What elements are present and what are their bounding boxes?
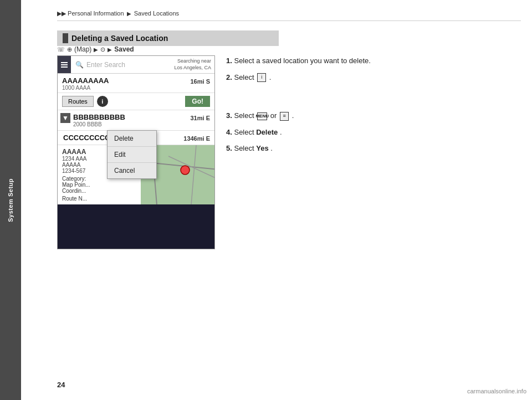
nav-item-b-name: BBBBBBBBBB: [73, 113, 210, 121]
instructions: 1. Select a saved location you want to d…: [226, 55, 409, 160]
step2-post: .: [269, 73, 272, 81]
dist-a-val: 16: [191, 78, 197, 85]
sidebar: System Setup: [0, 0, 21, 400]
nav-item-a-dist: 16mi S: [191, 78, 211, 85]
context-menu: Delete Edit Cancel: [107, 130, 157, 179]
main-content: ▶▶ Personal Information ▶ Saved Location…: [21, 0, 532, 400]
nav-item-a[interactable]: AAAAAAAAA 1000 AAAA 16mi S: [58, 74, 214, 93]
nav-path: ☏ ⊕ (Map) ▶ ⊙ ▶ Saved: [57, 45, 134, 53]
breadcrumb-personal: Personal Information: [68, 10, 124, 17]
breadcrumb: ▶▶ Personal Information ▶ Saved Location…: [57, 10, 521, 21]
saved-label: Saved: [114, 45, 134, 53]
search-row: 🔍 Enter Search Searching nearLos Angeles…: [58, 56, 214, 74]
nav-item-b-dist: 31mi E: [191, 115, 211, 121]
section-header: Deleting a Saved Location: [57, 30, 279, 46]
searching-near: Searching nearLos Angeles, CA: [171, 56, 214, 73]
step3-post: .: [292, 111, 294, 120]
routes-button[interactable]: Routes: [62, 96, 94, 107]
breadcrumb-arrows: ▶▶: [57, 10, 66, 17]
dist-a-unit: mi: [197, 78, 206, 85]
step-2: 2. Select i .: [226, 72, 409, 83]
step2-pre: Select: [234, 73, 256, 81]
nav-arrow-1: ▶: [94, 47, 98, 53]
spacer1: [226, 88, 409, 110]
svg-line-3: [191, 145, 196, 204]
detail-map-point: Map Poin...: [62, 182, 136, 188]
map-icon: ⊕: [67, 46, 72, 53]
phone-icon: ☏: [57, 46, 65, 53]
menu-bar-line-1: [61, 62, 68, 63]
step4-bold: Delete: [256, 128, 278, 136]
step5-num: 5.: [226, 144, 232, 152]
step2-num: 2.: [226, 73, 232, 81]
dist-a-letter: S: [206, 78, 210, 85]
watermark: carmanualsonline.info: [467, 388, 526, 394]
step3-num: 3.: [226, 111, 232, 120]
context-cancel[interactable]: Cancel: [108, 163, 156, 178]
breadcrumb-sep1: ▶: [127, 11, 131, 17]
step-5: 5. Select Yes .: [226, 143, 409, 154]
step3-menu-icon: MENU: [257, 112, 267, 120]
sidebar-label: System Setup: [7, 178, 14, 222]
svg-point-4: [181, 166, 190, 175]
step4-pre: Select: [234, 128, 256, 136]
context-delete[interactable]: Delete: [108, 131, 156, 147]
step3-icon2: ≡: [280, 112, 289, 121]
map-label: (Map): [74, 45, 91, 53]
step-3: 3. Select MENU or ≡ .: [226, 110, 409, 121]
step-1: 1. Select a saved location you want to d…: [226, 55, 409, 66]
menu-bar-line-2: [61, 64, 68, 65]
menu-bars-btn[interactable]: [58, 56, 71, 73]
step4-num: 4.: [226, 128, 232, 136]
nav-item-a-sub: 1000 AAAA: [62, 85, 210, 91]
step1-num: 1.: [226, 57, 232, 65]
step5-bold: Yes: [256, 144, 268, 152]
nav-item-c-dist: 1346mi E: [183, 135, 210, 142]
context-edit[interactable]: Edit: [108, 147, 156, 163]
nav-arrow-2: ▶: [108, 47, 112, 53]
nav-item-b-sub: 2000 BBBB: [73, 121, 210, 127]
info-button[interactable]: i: [97, 96, 108, 107]
menu-bar-line-3: [61, 66, 68, 68]
page-number: 24: [57, 381, 65, 389]
nav-item-b[interactable]: BBBBBBBBBB 2000 BBBB 31mi E: [58, 110, 214, 131]
detail-route: Route N...: [62, 196, 136, 202]
action-row: Routes i Go!: [58, 93, 214, 110]
step5-post: .: [270, 144, 273, 152]
svg-line-2: [168, 156, 214, 189]
go-button[interactable]: Go!: [185, 96, 210, 107]
breadcrumb-saved-locations: Saved Locations: [134, 10, 179, 17]
step5-pre: Select: [234, 144, 256, 152]
step2-i-icon: i: [257, 73, 266, 82]
search-icon: 🔍: [75, 61, 84, 69]
step3-pre: Select: [234, 111, 256, 120]
section-indicator: [63, 33, 68, 43]
search-area: 🔍 Enter Search: [71, 56, 171, 73]
detail-coords: Coordin...: [62, 188, 136, 194]
step4-post: .: [280, 128, 282, 136]
scroll-down-arrow[interactable]: ▼: [60, 113, 70, 123]
section-title: Deleting a Saved Location: [71, 34, 168, 43]
step1-text: Select a saved location you want to dele…: [234, 57, 370, 65]
step-4: 4. Select Delete .: [226, 127, 409, 138]
step3-or: or: [270, 111, 279, 120]
search-input-mock[interactable]: Enter Search: [86, 61, 166, 69]
home-icon: ⊙: [100, 46, 105, 53]
nav-item-a-name: AAAAAAAAA: [62, 76, 210, 85]
